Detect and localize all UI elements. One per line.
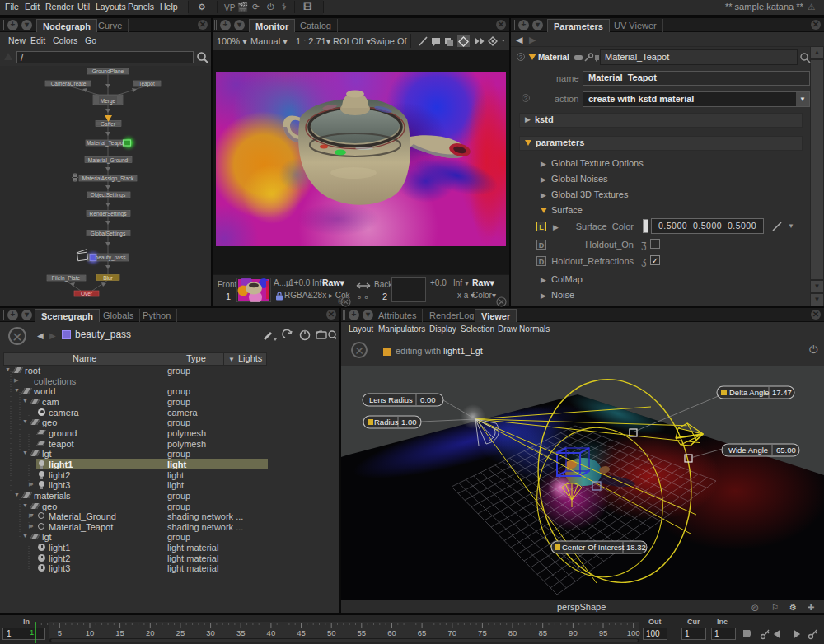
svg-text:GroundPlane: GroundPlane: [92, 68, 124, 74]
svg-text:80: 80: [508, 628, 517, 637]
svg-text:Lens Radius: Lens Radius: [369, 395, 413, 404]
svg-text:65: 65: [418, 628, 427, 637]
svg-text:Material_Teapot: Material_Teapot: [87, 140, 124, 147]
svg-text:100: 100: [627, 628, 640, 637]
svg-text:Delta Angle: Delta Angle: [729, 388, 770, 397]
svg-text:Radius: Radius: [374, 418, 399, 427]
svg-text:65.00: 65.00: [776, 446, 796, 455]
svg-text:75: 75: [478, 628, 487, 637]
svg-text:Wide Angle: Wide Angle: [728, 446, 768, 455]
svg-text:1: 1: [30, 628, 34, 637]
svg-text:Material_Ground: Material_Ground: [88, 157, 129, 164]
svg-text:40: 40: [267, 628, 276, 637]
svg-text:30: 30: [206, 628, 215, 637]
svg-text:Center Of Interest: Center Of Interest: [562, 543, 625, 552]
svg-text:95: 95: [599, 628, 608, 637]
svg-text:20: 20: [146, 628, 155, 637]
svg-text:beauty_pass: beauty_pass: [96, 254, 127, 261]
svg-text:CameraCreate: CameraCreate: [51, 81, 87, 86]
svg-text:GlobalSettings: GlobalSettings: [91, 231, 126, 237]
svg-text:35: 35: [236, 628, 246, 637]
svg-text:10: 10: [86, 628, 95, 637]
svg-text:25: 25: [176, 628, 185, 637]
svg-text:ObjectSettings: ObjectSettings: [91, 192, 126, 198]
svg-text:Teapot: Teapot: [138, 81, 155, 87]
svg-text:90: 90: [569, 628, 578, 637]
svg-text:85: 85: [538, 628, 547, 637]
svg-text:Merge: Merge: [101, 98, 116, 105]
svg-text:Over: Over: [81, 291, 93, 296]
svg-text:Gaffer: Gaffer: [101, 121, 116, 127]
svg-text:Blur: Blur: [103, 275, 113, 281]
svg-text:15: 15: [115, 628, 124, 637]
svg-text:55: 55: [358, 628, 367, 637]
svg-text:60: 60: [387, 628, 396, 637]
svg-text:18.32: 18.32: [626, 543, 646, 552]
svg-text:MaterialAssign_Stack: MaterialAssign_Stack: [82, 175, 134, 182]
svg-text:1.00: 1.00: [401, 418, 417, 427]
svg-text:5: 5: [58, 628, 62, 637]
svg-text:70: 70: [448, 628, 457, 637]
svg-text:50: 50: [327, 628, 336, 637]
svg-text:RenderSettings: RenderSettings: [90, 211, 128, 217]
svg-text:0.00: 0.00: [420, 395, 436, 404]
svg-text:17.47: 17.47: [772, 388, 792, 397]
svg-text:45: 45: [297, 628, 306, 637]
svg-text:FileIn_Plate: FileIn_Plate: [52, 275, 81, 282]
